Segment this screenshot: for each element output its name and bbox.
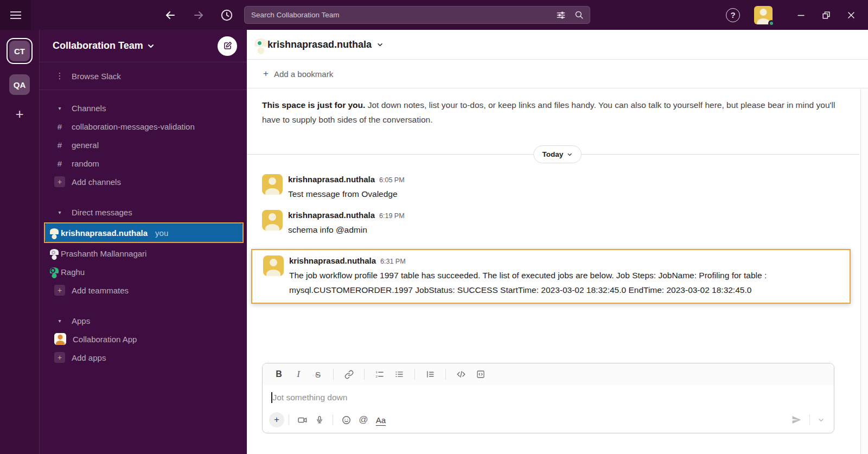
add-apps-button[interactable]: + Add apps xyxy=(40,348,247,367)
main-pane: krishnaprasad.nuthala + Add a bookmark T… xyxy=(247,30,868,454)
user-menu-avatar[interactable] xyxy=(754,6,773,24)
toolbar-divider xyxy=(333,414,333,425)
sidebar-item-channel-validation[interactable]: # collaboration-messages-validation xyxy=(40,117,247,136)
bold-button[interactable]: B xyxy=(270,367,288,382)
blockquote-icon xyxy=(425,369,435,379)
microphone-icon xyxy=(315,415,324,425)
code-icon xyxy=(456,369,466,379)
message-composer: B I S 12 xyxy=(262,363,834,433)
workspace-ct-button[interactable]: CT xyxy=(7,38,33,64)
blockquote-button[interactable] xyxy=(422,367,439,382)
send-options-button[interactable] xyxy=(814,412,827,428)
text-cursor xyxy=(271,392,272,403)
sidebar-item-channel-general[interactable]: # general xyxy=(40,136,247,154)
minimize-icon xyxy=(795,9,807,21)
scrollbar[interactable] xyxy=(860,89,868,454)
message-author[interactable]: krishnaprasad.nuthala xyxy=(288,175,375,184)
message-row[interactable]: krishnaprasad.nuthala6:19 PM schema info… xyxy=(247,206,868,241)
search-filters-icon[interactable] xyxy=(556,10,566,21)
restore-button[interactable] xyxy=(814,0,839,30)
close-button[interactable] xyxy=(839,0,864,30)
back-button[interactable] xyxy=(163,8,178,23)
sidebar-item-dm-self[interactable]: krishnaprasad.nuthala you xyxy=(45,223,242,242)
history-button[interactable] xyxy=(219,8,234,23)
channels-section-header[interactable]: ▾ Channels xyxy=(40,99,247,117)
dms-section-header[interactable]: ▾ Direct messages xyxy=(40,203,247,221)
search-icon[interactable] xyxy=(574,10,584,20)
message-timestamp[interactable]: 6:05 PM xyxy=(379,176,405,184)
message-author[interactable]: krishnaprasad.nuthala xyxy=(289,256,376,265)
hamburger-menu-button[interactable] xyxy=(0,0,31,30)
apps-section: ▾ Apps Collaboration App + Add apps xyxy=(40,304,247,371)
sidebar-item-app-collaboration[interactable]: Collaboration App xyxy=(40,330,247,348)
message-text: schema info @admin xyxy=(288,222,405,237)
message-row[interactable]: krishnaprasad.nuthala6:05 PM Test messag… xyxy=(247,170,868,206)
message-timestamp[interactable]: 6:19 PM xyxy=(379,212,405,220)
apps-section-header[interactable]: ▾ Apps xyxy=(40,311,247,330)
date-pill-button[interactable]: Today xyxy=(533,145,582,163)
help-button[interactable]: ? xyxy=(726,8,740,22)
sidebar-item-dm-raghu[interactable]: Raghu xyxy=(40,263,247,281)
plus-icon: + xyxy=(274,414,279,425)
compose-button[interactable] xyxy=(218,36,237,56)
section-collapse-icon: ▾ xyxy=(54,209,65,215)
sidebar-item-dm-prashanth[interactable]: Prashanth Mallannagari xyxy=(40,244,247,263)
forward-button[interactable] xyxy=(191,8,206,23)
workspace-ct-tile: CT xyxy=(9,41,30,61)
date-divider: Today xyxy=(247,145,868,163)
send-controls xyxy=(788,412,827,428)
dm-name: Prashanth Mallannagari xyxy=(61,249,146,258)
strikethrough-button[interactable]: S xyxy=(309,367,327,382)
attach-button[interactable]: + xyxy=(269,412,284,427)
video-clip-button[interactable] xyxy=(293,412,311,428)
sidebar-item-browse-slack[interactable]: ⋮ Browse Slack xyxy=(40,67,247,85)
add-bookmark-button[interactable]: + Add a bookmark xyxy=(247,60,868,88)
message-timestamp[interactable]: 6:31 PM xyxy=(380,258,406,265)
section-collapse-icon: ▾ xyxy=(54,318,65,324)
team-menu-button[interactable]: Collaboration Team xyxy=(53,40,154,52)
text-formatting-toggle[interactable]: Aa xyxy=(372,412,390,428)
search-input[interactable]: Search Collaboration Team xyxy=(244,6,590,24)
send-button[interactable] xyxy=(788,412,805,428)
workspace-qa-button[interactable]: QA xyxy=(9,74,30,95)
message-input[interactable]: Jot something down xyxy=(263,385,834,409)
add-teammates-button[interactable]: + Add teammates xyxy=(40,281,247,299)
link-button[interactable] xyxy=(340,367,358,382)
avatar xyxy=(263,255,284,276)
code-block-button[interactable] xyxy=(472,367,489,382)
code-button[interactable] xyxy=(452,367,470,382)
plus-icon: + xyxy=(54,352,65,363)
mention-button[interactable]: @ xyxy=(355,412,372,428)
chevron-down-icon xyxy=(567,153,572,156)
presence-dot xyxy=(768,20,775,27)
presence-dot xyxy=(257,40,263,46)
sidebar-item-channel-random[interactable]: # random xyxy=(40,154,247,172)
toolbar-divider xyxy=(445,369,446,380)
minimize-button[interactable] xyxy=(789,0,814,30)
link-icon xyxy=(344,370,354,379)
emoji-button[interactable] xyxy=(337,412,355,428)
annotation-highlight-box: krishnaprasad.nuthala6:31 PM The job wor… xyxy=(251,249,851,304)
add-workspace-button[interactable]: + xyxy=(15,107,23,121)
date-label: Today xyxy=(542,150,564,158)
message-author[interactable]: krishnaprasad.nuthala xyxy=(288,210,375,220)
toolbar-divider xyxy=(333,369,334,380)
history-nav xyxy=(163,0,234,30)
channels-label: Channels xyxy=(72,104,106,113)
plus-icon: + xyxy=(263,68,269,79)
ordered-list-button[interactable]: 12 xyxy=(371,367,388,382)
hash-icon: # xyxy=(54,140,65,150)
audio-clip-button[interactable] xyxy=(311,412,328,428)
input-placeholder: Jot something down xyxy=(273,393,348,402)
message-row[interactable]: krishnaprasad.nuthala6:31 PM The job wor… xyxy=(252,251,842,297)
italic-button[interactable]: I xyxy=(290,367,307,382)
add-channels-button[interactable]: + Add channels xyxy=(40,172,247,191)
topbar-right: ? xyxy=(726,0,868,30)
you-suffix: you xyxy=(155,228,168,238)
dm-name: Raghu xyxy=(61,267,85,277)
app-avatar xyxy=(54,333,66,345)
bulleted-list-button[interactable] xyxy=(391,367,408,382)
channel-name: general xyxy=(72,140,99,150)
forward-arrow-icon xyxy=(192,9,205,22)
conversation-title-button[interactable]: krishnaprasad.nuthala xyxy=(261,39,383,50)
